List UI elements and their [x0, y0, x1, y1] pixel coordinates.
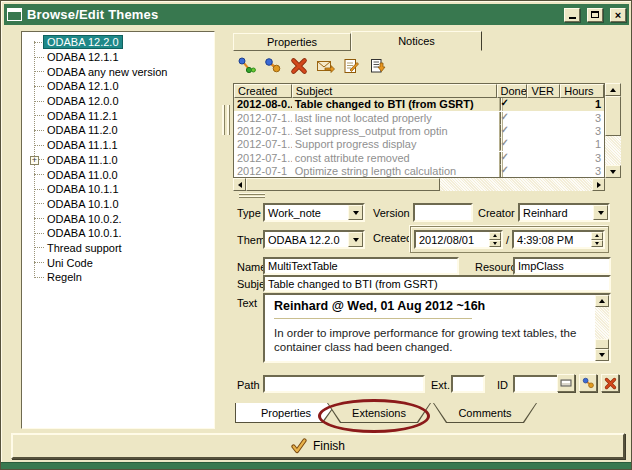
- done-cell[interactable]: ✓: [497, 138, 528, 151]
- done-checkbox[interactable]: ✓: [500, 112, 502, 125]
- text-scroll-thumb[interactable]: [595, 339, 609, 349]
- close-button[interactable]: ×: [610, 8, 626, 22]
- path-field[interactable]: [263, 375, 425, 393]
- tree-item-odaba-10-0-2[interactable]: ODABA 10.0.2.: [24, 211, 214, 226]
- done-cell[interactable]: ✓: [497, 98, 528, 111]
- notice-row[interactable]: 2012-07-1...const attribute removed✓3: [234, 152, 604, 165]
- expand-plus-icon[interactable]: +: [30, 156, 39, 165]
- column-header-subject[interactable]: Subject: [292, 84, 497, 98]
- vertical-splitter[interactable]: [222, 105, 230, 135]
- resource-field[interactable]: ImpClass: [513, 257, 611, 275]
- chevron-down-icon[interactable]: [593, 205, 608, 220]
- column-header-ver[interactable]: VER: [527, 84, 560, 98]
- done-cell[interactable]: ✓: [497, 152, 528, 165]
- tab-properties-top[interactable]: Properties: [233, 33, 351, 51]
- tree-item-uni-code[interactable]: Uni Code: [24, 255, 214, 270]
- subject-field[interactable]: Table changed to BTI (from GSRT): [263, 275, 611, 292]
- scroll-up-button[interactable]: [595, 295, 609, 307]
- tree-item-odaba-11-1-0[interactable]: +ODABA 11.1.0: [24, 153, 214, 168]
- spin-down-button[interactable]: [489, 240, 501, 248]
- link-items-icon[interactable]: [263, 56, 283, 76]
- spin-down-button[interactable]: [591, 240, 603, 248]
- done-checkbox[interactable]: ✓: [500, 152, 502, 165]
- tree-item-label: ODABA 12.1.1: [44, 51, 122, 63]
- tree-item-odaba-11-2-0[interactable]: ODABA 11.2.0: [24, 123, 214, 138]
- notice-row[interactable]: 2012-08-0...Table changed to BTI (from G…: [234, 98, 604, 111]
- link-button[interactable]: [579, 374, 597, 392]
- chevron-down-icon[interactable]: [348, 232, 363, 247]
- scroll-right-button[interactable]: [592, 178, 605, 191]
- column-header-done[interactable]: Done: [497, 84, 528, 98]
- scroll-left-button[interactable]: [233, 178, 246, 191]
- done-checkbox[interactable]: ✓: [500, 98, 502, 111]
- spin-up-button[interactable]: [489, 232, 501, 240]
- theme-combobox[interactable]: ODABA 12.2.0: [263, 230, 365, 249]
- tab-properties-bottom[interactable]: Properties: [235, 403, 337, 423]
- delete-button[interactable]: [601, 374, 619, 392]
- created-date-value: 2012/08/01: [416, 232, 489, 247]
- tree-item-odaba-12-1-0[interactable]: ODABA 12.1.0: [24, 79, 214, 94]
- text-vertical-scrollbar[interactable]: [595, 295, 609, 361]
- horizontal-splitter[interactable]: [239, 193, 265, 199]
- tab-comments[interactable]: Comments: [433, 403, 537, 423]
- type-label: Type: [237, 207, 261, 219]
- ext-field[interactable]: [451, 375, 485, 393]
- tree-item-thread-support[interactable]: Thread support: [24, 241, 214, 256]
- notices-table[interactable]: Created Subject Done VER Hours 2012-08-0…: [233, 83, 605, 178]
- done-cell[interactable]: ✓: [497, 125, 528, 138]
- version-field[interactable]: [413, 203, 473, 222]
- done-checkbox[interactable]: ✓: [500, 125, 502, 138]
- tab-notices-label: Notices: [398, 35, 435, 47]
- copy-document-icon[interactable]: [367, 56, 387, 76]
- table-vertical-scrollbar[interactable]: [605, 83, 621, 178]
- done-checkbox[interactable]: ✓: [500, 165, 502, 178]
- tree-item-odaba-10-1-1[interactable]: ODABA 10.1.1: [24, 182, 214, 197]
- scroll-down-button[interactable]: [595, 349, 609, 361]
- tree-item-odaba-10-1-0[interactable]: ODABA 10.1.0: [24, 197, 214, 212]
- tab-notices[interactable]: Notices: [351, 31, 482, 51]
- scroll-up-button[interactable]: [605, 83, 621, 96]
- minimize-button[interactable]: [564, 8, 580, 22]
- creator-combobox[interactable]: Reinhard: [518, 203, 610, 222]
- tree-item-label: ODABA 12.0.0: [44, 95, 122, 107]
- maximize-button[interactable]: [587, 8, 603, 22]
- scroll-down-button[interactable]: [605, 165, 621, 178]
- browse-button[interactable]: [557, 374, 575, 392]
- tree-item-regeln[interactable]: Regeln: [24, 270, 214, 285]
- column-header-created[interactable]: Created: [234, 84, 292, 98]
- notice-row[interactable]: 2012-07-1Optimize string length calculat…: [234, 165, 604, 178]
- done-cell[interactable]: ✓: [497, 112, 528, 125]
- created-date-spinner[interactable]: 2012/08/01: [414, 230, 503, 249]
- notices-table-body: 2012-08-0...Table changed to BTI (from G…: [234, 98, 604, 178]
- notice-row[interactable]: 2012-07-1...Support progress display✓1: [234, 138, 604, 151]
- tab-extensions[interactable]: Extensions: [327, 403, 431, 423]
- created-time-spinner[interactable]: 4:39:08 PM: [512, 230, 605, 249]
- done-checkbox[interactable]: ✓: [500, 138, 502, 151]
- spin-up-button[interactable]: [591, 232, 603, 240]
- tree-item-odaba-12-0-0[interactable]: ODABA 12.0.0: [24, 94, 214, 109]
- type-combobox[interactable]: Work_note: [263, 203, 365, 222]
- new-relation-icon[interactable]: [237, 56, 257, 76]
- tree-item-odaba-12-1-1[interactable]: ODABA 12.1.1: [24, 50, 214, 65]
- names-field[interactable]: MultiTextTable: [263, 257, 459, 275]
- tree-item-odaba-11-0-0[interactable]: ODABA 11.0.0: [24, 167, 214, 182]
- notice-row[interactable]: 2012-07-1...Set suppress_output from opt…: [234, 125, 604, 138]
- send-mail-icon[interactable]: [315, 56, 335, 76]
- notice-row[interactable]: 2012-07-1...last line not located proper…: [234, 111, 604, 124]
- theme-tree[interactable]: ODABA 12.2.0ODABA 12.1.1ODABA any new ve…: [21, 31, 215, 429]
- edit-note-icon[interactable]: [341, 56, 361, 76]
- table-horizontal-scrollbar[interactable]: [233, 178, 605, 191]
- chevron-down-icon[interactable]: [348, 205, 363, 220]
- tree-item-odaba-12-2-0[interactable]: ODABA 12.2.0: [24, 35, 214, 50]
- tree-item-odaba-11-1-1[interactable]: ODABA 11.1.1: [24, 138, 214, 153]
- finish-button[interactable]: Finish: [11, 433, 625, 459]
- delete-icon[interactable]: [289, 56, 309, 76]
- vertical-scroll-thumb[interactable]: [605, 96, 621, 136]
- text-editor[interactable]: Reinhard @ Wed, 01 Aug 2012 ~16h In orde…: [263, 293, 611, 363]
- tree-item-odaba-10-0-1[interactable]: ODABA 10.0.1.: [24, 226, 214, 241]
- tree-item-odaba-11-2-1[interactable]: ODABA 11.2.1: [24, 108, 214, 123]
- horizontal-scroll-thumb[interactable]: [246, 178, 440, 191]
- column-header-hours[interactable]: Hours: [560, 84, 604, 98]
- done-cell[interactable]: ✓: [497, 165, 528, 178]
- tree-item-odaba-any-new-version[interactable]: ODABA any new version: [24, 64, 214, 79]
